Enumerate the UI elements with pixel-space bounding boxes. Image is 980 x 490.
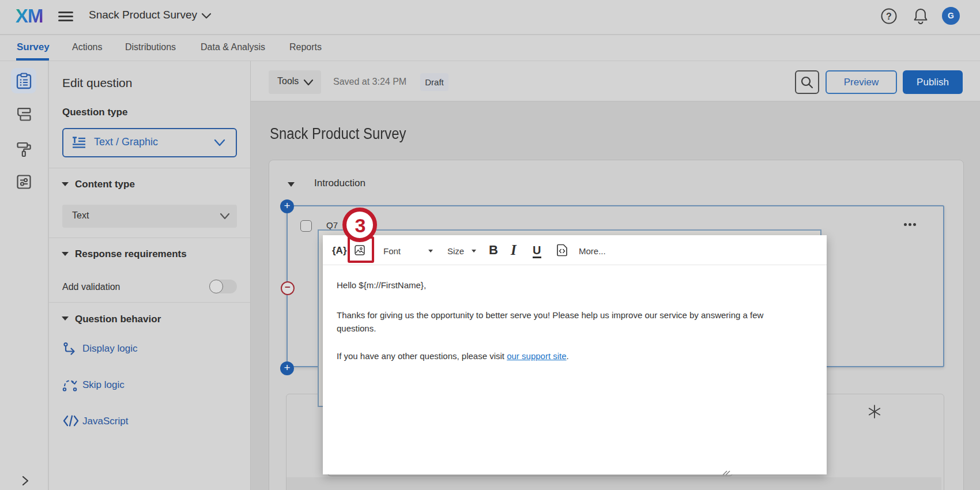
svg-text:?: ? bbox=[886, 12, 892, 21]
